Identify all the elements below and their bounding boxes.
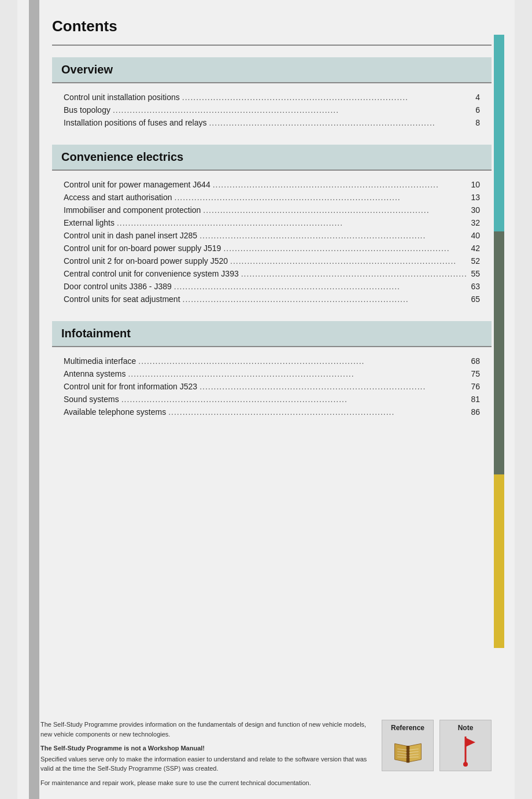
right-yellow-stripe bbox=[494, 474, 504, 648]
overview-header: Overview bbox=[52, 57, 492, 83]
toc-entry: Door control units J386 - J389 .........… bbox=[58, 282, 486, 291]
svg-marker-1 bbox=[408, 743, 421, 762]
toc-entry: Available telephone systems ............… bbox=[58, 407, 486, 417]
book-icon bbox=[390, 735, 425, 767]
toc-dots: ........................................… bbox=[117, 218, 468, 227]
note-label: Note bbox=[458, 724, 474, 732]
toc-page-number: 6 bbox=[475, 105, 480, 115]
toc-entry: Control unit 2 for on-board power supply… bbox=[58, 256, 486, 266]
toc-page-number: 13 bbox=[471, 193, 480, 202]
toc-entry: Central control unit for convenience sys… bbox=[58, 269, 486, 278]
toc-page-number: 32 bbox=[471, 218, 480, 227]
toc-dots: ........................................… bbox=[200, 231, 468, 240]
toc-label: Control units for seat adjustment bbox=[64, 294, 180, 304]
overview-section: Overview Control unit installation posit… bbox=[52, 57, 492, 127]
right-green-stripe bbox=[494, 231, 504, 474]
toc-label: Antenna systems bbox=[64, 369, 125, 378]
toc-entry: Control unit for power management J644 .… bbox=[58, 180, 486, 189]
toc-entry: Multimedia interface ...................… bbox=[58, 356, 486, 366]
footer-text1: The Self-Study Programme provides inform… bbox=[40, 720, 370, 739]
toc-label: Central control unit for convenience sys… bbox=[64, 269, 239, 278]
toc-page-number: 42 bbox=[471, 244, 480, 253]
convenience-items: Control unit for power management J644 .… bbox=[52, 180, 492, 304]
toc-dots: ........................................… bbox=[183, 294, 469, 304]
toc-dots: ........................................… bbox=[209, 118, 473, 127]
toc-page-number: 65 bbox=[471, 294, 480, 304]
convenience-header: Convenience electrics bbox=[52, 145, 492, 171]
toc-label: Door control units J386 - J389 bbox=[64, 282, 172, 291]
toc-label: Control unit installation positions bbox=[64, 93, 180, 102]
toc-page-number: 55 bbox=[471, 269, 480, 278]
toc-entry: Antenna systems ........................… bbox=[58, 369, 486, 378]
toc-page-number: 86 bbox=[471, 407, 480, 417]
toc-page-number: 52 bbox=[471, 256, 480, 266]
toc-dots: ........................................… bbox=[203, 205, 468, 215]
toc-label: Control unit for power management J644 bbox=[64, 180, 210, 189]
svg-marker-12 bbox=[466, 738, 475, 747]
overview-heading: Overview bbox=[61, 63, 482, 76]
toc-page-number: 40 bbox=[471, 231, 480, 240]
footer-text3: For maintenance and repair work, please … bbox=[40, 778, 370, 788]
toc-label: Control unit for on-board power supply J… bbox=[64, 244, 221, 253]
toc-entry: Access and start authorisation .........… bbox=[58, 193, 486, 202]
infotainment-heading: Infotainment bbox=[61, 327, 482, 340]
toc-dots: ........................................… bbox=[174, 282, 469, 291]
toc-page-number: 68 bbox=[471, 356, 480, 366]
toc-dots: ........................................… bbox=[241, 269, 469, 278]
footer-text2: Specified values serve only to make the … bbox=[40, 754, 370, 774]
toc-entry: Bus topology ...........................… bbox=[58, 105, 486, 115]
toc-page-number: 10 bbox=[471, 180, 480, 189]
toc-label: Sound systems bbox=[64, 395, 119, 404]
toc-label: Control unit in dash panel insert J285 bbox=[64, 231, 197, 240]
toc-dots: ........................................… bbox=[213, 180, 469, 189]
toc-entry: Control unit in dash panel insert J285 .… bbox=[58, 231, 486, 240]
toc-page-number: 81 bbox=[471, 395, 480, 404]
toc-dots: ........................................… bbox=[230, 256, 468, 266]
toc-entry: Installation positions of fuses and rela… bbox=[58, 118, 486, 127]
footer-text-block: The Self-Study Programme provides inform… bbox=[40, 720, 370, 787]
toc-page-number: 63 bbox=[471, 282, 480, 291]
page-title: Contents bbox=[52, 17, 492, 35]
toc-label: Available telephone systems bbox=[64, 407, 166, 417]
left-decorative-stripe bbox=[29, 0, 39, 799]
toc-page-number: 4 bbox=[475, 93, 480, 102]
toc-entry: Control unit installation positions ....… bbox=[58, 93, 486, 102]
toc-dots: ........................................… bbox=[121, 395, 469, 404]
reference-label: Reference bbox=[391, 724, 424, 732]
toc-entry: Sound systems ..........................… bbox=[58, 395, 486, 404]
toc-dots: ........................................… bbox=[113, 105, 473, 115]
toc-dots: ........................................… bbox=[168, 407, 468, 417]
convenience-section: Convenience electrics Control unit for p… bbox=[52, 145, 492, 304]
note-icon-box: Note bbox=[439, 720, 492, 771]
toc-entry: Control units for seat adjustment ......… bbox=[58, 294, 486, 304]
toc-dots: ........................................… bbox=[128, 369, 468, 378]
svg-point-13 bbox=[463, 762, 468, 767]
overview-items: Control unit installation positions ....… bbox=[52, 93, 492, 127]
toc-page-number: 76 bbox=[471, 382, 480, 391]
toc-dots: ........................................… bbox=[138, 356, 468, 366]
svg-rect-2 bbox=[406, 745, 409, 762]
toc-dots: ........................................… bbox=[175, 193, 469, 202]
footer-icons: Reference bbox=[382, 720, 492, 771]
toc-entry: External lights ........................… bbox=[58, 218, 486, 227]
toc-page-number: 30 bbox=[471, 205, 480, 215]
right-teal-stripe bbox=[494, 35, 504, 231]
toc-dots: ........................................… bbox=[200, 382, 468, 391]
toc-dots: ........................................… bbox=[223, 244, 468, 253]
toc-page-number: 75 bbox=[471, 369, 480, 378]
toc-entry: Control unit for front information J523 … bbox=[58, 382, 486, 391]
toc-label: Multimedia interface bbox=[64, 356, 136, 366]
note-icon bbox=[448, 735, 483, 767]
infotainment-section: Infotainment Multimedia interface ......… bbox=[52, 321, 492, 417]
toc-label: External lights bbox=[64, 218, 114, 227]
toc-entry: Control unit for on-board power supply J… bbox=[58, 244, 486, 253]
svg-marker-0 bbox=[394, 743, 408, 762]
toc-dots: ........................................… bbox=[182, 93, 473, 102]
toc-label: Control unit 2 for on-board power supply… bbox=[64, 256, 228, 266]
convenience-heading: Convenience electrics bbox=[61, 150, 482, 164]
toc-label: Immobiliser and component protection bbox=[64, 205, 201, 215]
infotainment-items: Multimedia interface ...................… bbox=[52, 356, 492, 417]
footer: The Self-Study Programme provides inform… bbox=[40, 720, 492, 787]
infotainment-header: Infotainment bbox=[52, 321, 492, 347]
footer-bold-line: The Self-Study Programme is not a Worksh… bbox=[40, 743, 370, 753]
